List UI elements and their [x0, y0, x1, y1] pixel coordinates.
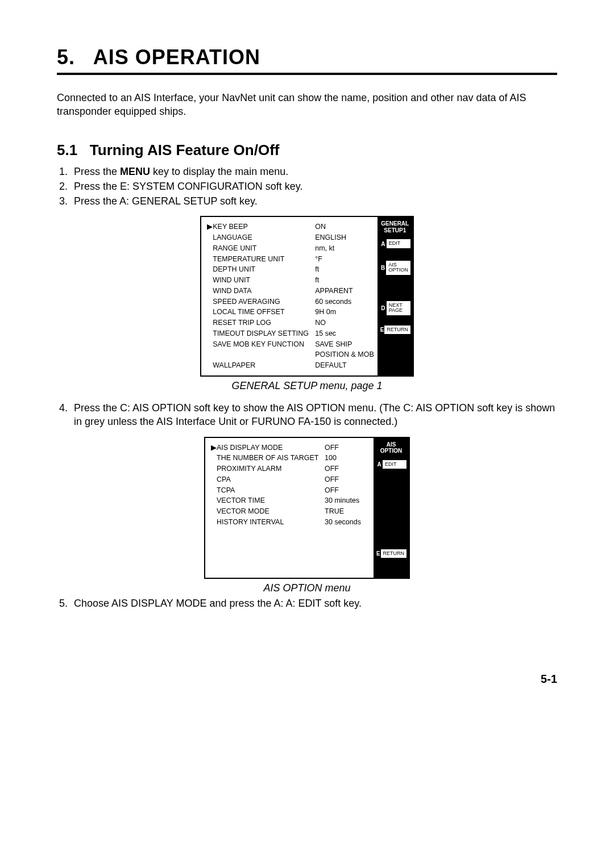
menu-label: AIS DISPLAY MODE	[217, 443, 325, 453]
softkey-column: AIS OPTION A EDIT E RETURN	[374, 438, 409, 578]
menu-row: HISTORY INTERVAL30 seconds	[211, 517, 370, 528]
steps-list-5: Choose AIS DISPLAY MODE and press the A:…	[57, 596, 557, 610]
step-1: Press the MENU key to display the main m…	[70, 165, 557, 178]
menu-row: PROXIMITY ALARMOFF	[211, 464, 370, 474]
menu-label: CPA	[217, 474, 325, 485]
intro-paragraph: Connected to an AIS Interface, your NavN…	[57, 91, 557, 119]
menu-value: 9H 0m	[315, 307, 336, 318]
menu-label: VECTOR MODE	[217, 506, 325, 517]
menu-row: THE NUMBER OF AIS TARGET100	[211, 453, 370, 464]
menu-row: SAVE MOB KEY FUNCTIONSAVE SHIP	[207, 339, 374, 350]
menu-label: TCPA	[217, 485, 325, 496]
menu-label: RANGE UNIT	[213, 243, 315, 254]
menu-value: OFF	[325, 443, 339, 453]
pointer-icon: ▶	[211, 443, 217, 453]
section-title: Turning AIS Feature On/Off	[90, 141, 280, 158]
menu-row: ▶KEY BEEPON	[207, 222, 374, 232]
menu-extra-line: POSITION & MOB	[207, 349, 374, 360]
menu-label: KEY BEEP	[213, 222, 315, 232]
menu-value: 30 seconds	[325, 517, 361, 528]
ais-option-caption: AIS OPTION menu	[57, 582, 557, 594]
menu-label: TEMPERATURE UNIT	[213, 254, 315, 265]
menu-value: ft	[315, 264, 319, 275]
chapter-title: AIS OPERATION	[93, 45, 260, 69]
section-number: 5.1	[57, 141, 77, 158]
menu-label: DEPTH UNIT	[213, 264, 315, 275]
menu-label: RESET TRIP LOG	[213, 318, 315, 328]
menu-row: VECTOR MODETRUE	[211, 506, 370, 517]
step-4: Press the C: AIS OPTION soft key to show…	[70, 401, 557, 429]
menu-label: LOCAL TIME OFFSET	[213, 307, 315, 318]
softkey-a-edit[interactable]: A EDIT	[376, 460, 406, 469]
step-5: Choose AIS DISPLAY MODE and press the A:…	[70, 596, 557, 610]
menu-label: THE NUMBER OF AIS TARGET	[217, 453, 325, 464]
menu-value: OFF	[325, 485, 339, 496]
pointer-icon: ▶	[207, 222, 213, 232]
menu-row: SPEED AVERAGING60 seconds	[207, 297, 374, 307]
menu-row: VECTOR TIME30 minutes	[211, 495, 370, 506]
menu-row: RESET TRIP LOGNO	[207, 318, 374, 328]
step-2: Press the E: SYSTEM CONFIGURATION soft k…	[70, 180, 557, 193]
menu-label: TIMEOUT DISPLAY SETTING	[213, 328, 315, 339]
menu-row: TEMPERATURE UNIT°F	[207, 254, 374, 265]
menu-row: TCPAOFF	[211, 485, 370, 496]
menu-label: PROXIMITY ALARM	[217, 464, 325, 474]
menu-label: LANGUAGE	[213, 232, 315, 243]
menu-main-panel: ▶KEY BEEPONLANGUAGEENGLISHRANGE UNITnm, …	[201, 217, 377, 375]
menu-value: 100	[325, 453, 337, 464]
step-3: Press the A: GENERAL SETUP soft key.	[70, 194, 557, 208]
menu-label: WIND UNIT	[213, 275, 315, 286]
menu-row: WALLPAPER DEFAULT	[207, 360, 374, 371]
menu-row: TIMEOUT DISPLAY SETTING15 sec	[207, 328, 374, 339]
side-title: AIS OPTION	[376, 441, 406, 454]
softkey-a-edit[interactable]: A EDIT	[380, 239, 410, 248]
menu-value: 15 sec	[315, 328, 336, 339]
menu-label: HISTORY INTERVAL	[217, 517, 325, 528]
menu-row: LOCAL TIME OFFSET9H 0m	[207, 307, 374, 318]
menu-value: NO	[315, 318, 326, 328]
softkey-column: GENERAL SETUP1 A EDIT B AIS OPTION D NEX…	[377, 217, 413, 375]
menu-value: nm, kt	[315, 243, 334, 254]
menu-value: 30 minutes	[325, 495, 359, 506]
menu-label: SAVE MOB KEY FUNCTION	[213, 339, 315, 350]
section-heading: 5.1 Turning AIS Feature On/Off	[57, 141, 557, 159]
general-setup-menu: ▶KEY BEEPONLANGUAGEENGLISHRANGE UNITnm, …	[200, 216, 414, 377]
general-setup-caption: GENERAL SETUP menu, page 1	[57, 380, 557, 392]
menu-label: SPEED AVERAGING	[213, 297, 315, 307]
menu-value: TRUE	[325, 506, 344, 517]
softkey-d-next-page[interactable]: D NEXT PAGE	[380, 301, 410, 315]
menu-row: ▶AIS DISPLAY MODEOFF	[211, 443, 370, 453]
chapter-heading: 5. AIS OPERATION	[57, 45, 557, 69]
menu-row: LANGUAGEENGLISH	[207, 232, 374, 243]
page-number: 5-1	[57, 673, 557, 686]
menu-row: CPAOFF	[211, 474, 370, 485]
softkey-e-return[interactable]: E RETURN	[376, 549, 406, 558]
general-setup-figure: ▶KEY BEEPONLANGUAGEENGLISHRANGE UNITnm, …	[57, 216, 557, 377]
ais-option-menu: ▶AIS DISPLAY MODEOFFTHE NUMBER OF AIS TA…	[204, 437, 410, 579]
chapter-rule	[57, 73, 557, 75]
menu-value: 60 seconds	[315, 297, 351, 307]
menu-row: WIND DATAAPPARENT	[207, 286, 374, 297]
chapter-number: 5.	[57, 45, 75, 69]
ais-option-figure: ▶AIS DISPLAY MODEOFFTHE NUMBER OF AIS TA…	[57, 437, 557, 579]
softkey-b-ais-option[interactable]: B AIS OPTION	[380, 261, 410, 275]
menu-value: OFF	[325, 464, 339, 474]
softkey-e-return[interactable]: E RETURN	[380, 326, 410, 334]
menu-value: ft	[315, 275, 319, 286]
menu-value: °F	[315, 254, 322, 265]
menu-row: RANGE UNITnm, kt	[207, 243, 374, 254]
page: 5. AIS OPERATION Connected to an AIS Int…	[0, 0, 614, 708]
menu-label: WIND DATA	[213, 286, 315, 297]
menu-value: ENGLISH	[315, 232, 346, 243]
steps-list-top: Press the MENU key to display the main m…	[57, 165, 557, 208]
menu-value: ON	[315, 222, 326, 232]
steps-list-4: Press the C: AIS OPTION soft key to show…	[57, 401, 557, 429]
menu-value: SAVE SHIP	[315, 339, 352, 350]
menu-value: APPARENT	[315, 286, 352, 297]
menu-main-panel: ▶AIS DISPLAY MODEOFFTHE NUMBER OF AIS TA…	[205, 438, 374, 578]
menu-label: VECTOR TIME	[217, 495, 325, 506]
menu-value: OFF	[325, 474, 339, 485]
menu-row: WIND UNITft	[207, 275, 374, 286]
side-title: GENERAL SETUP1	[380, 220, 410, 233]
menu-row: DEPTH UNITft	[207, 264, 374, 275]
